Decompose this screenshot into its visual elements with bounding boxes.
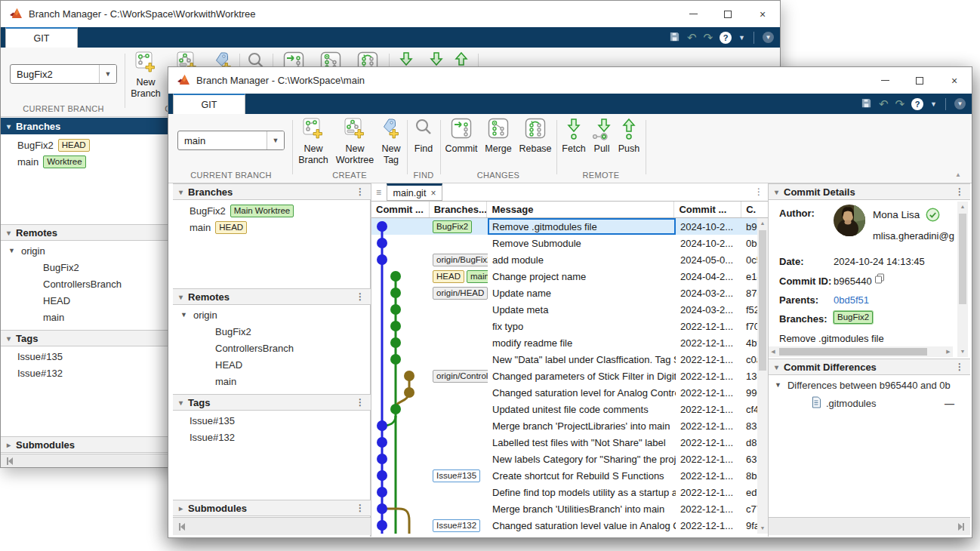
- section-menu-icon[interactable]: ⋮: [356, 397, 365, 408]
- front-maximize-button[interactable]: [902, 67, 937, 94]
- section-menu-icon[interactable]: ⋮: [356, 186, 365, 197]
- section-menu-icon[interactable]: ⋮: [955, 186, 964, 197]
- front-sidebar-section-remotes[interactable]: ▾ Remotes ⋮: [173, 288, 371, 305]
- commit-row[interactable]: HEADmainChange project name2024-04-2...e…: [371, 268, 759, 285]
- back-tab-git[interactable]: GIT: [5, 27, 78, 48]
- commit-row[interactable]: Remove Submodule2024-10-2...0bd: [371, 235, 759, 251]
- undo-icon[interactable]: ↶: [879, 98, 889, 109]
- scroll-down-icon[interactable]: ▼: [957, 346, 968, 357]
- column-header-commit-graph[interactable]: Commit ...: [371, 202, 430, 217]
- front-close-button[interactable]: ×: [937, 67, 972, 94]
- commit-message-cell[interactable]: Change project name: [488, 268, 676, 285]
- table-vertical-scrollbar[interactable]: ▲ ▼: [757, 218, 768, 534]
- back-sidebar-collapse-bar[interactable]: [1, 454, 168, 467]
- ribbon-menu-icon[interactable]: ▼: [763, 32, 774, 43]
- back-sidebar-section-submodules[interactable]: ▸ Submodules: [1, 436, 168, 453]
- commit-message-cell[interactable]: Updated unitest file code comments: [488, 401, 676, 417]
- front-rebase-button[interactable]: Rebase: [516, 118, 555, 155]
- combo-dropdown-icon[interactable]: ▼: [99, 65, 116, 83]
- front-remote-item[interactable]: HEAD: [215, 356, 242, 373]
- commit-message-cell[interactable]: Labelled test files with "Not Share" lab…: [488, 434, 676, 451]
- collapse-ribbon-icon[interactable]: ▲: [955, 171, 961, 178]
- front-branch-item-main[interactable]: main HEAD: [190, 219, 247, 235]
- commit-differences-header[interactable]: ▾ Commit Differences ⋮: [769, 359, 970, 375]
- chevron-down-icon[interactable]: ▾: [7, 334, 11, 343]
- front-remote-item[interactable]: BugFix2: [215, 323, 251, 340]
- help-dropdown-icon[interactable]: ▼: [930, 100, 937, 108]
- chevron-down-icon[interactable]: ▾: [179, 293, 183, 301]
- commit-row[interactable]: modify readme file2022-12-1...4bf: [371, 334, 759, 351]
- tab-menu-icon[interactable]: ⋮: [754, 186, 763, 197]
- commit-row[interactable]: Update meta2024-03-2...f52: [371, 301, 759, 318]
- commit-row[interactable]: Issue#132Changed saturation level value …: [371, 517, 759, 534]
- front-new-branch-button[interactable]: New Branch: [294, 118, 333, 166]
- redo-icon[interactable]: ↷: [895, 98, 905, 109]
- panel-collapse-bar[interactable]: [769, 517, 970, 535]
- scroll-left-icon[interactable]: ◀: [769, 346, 778, 357]
- diff-file-item[interactable]: .gitmodules —: [811, 395, 954, 411]
- commit-row[interactable]: origin/ControllersBranchChanged paramete…: [371, 368, 759, 384]
- front-remote-item[interactable]: ControllersBranch: [215, 340, 294, 356]
- commit-message-cell[interactable]: Changed saturation level for Analog Cont…: [488, 384, 676, 401]
- collapse-left-icon[interactable]: [179, 523, 185, 531]
- undo-icon[interactable]: ↶: [687, 32, 697, 43]
- chevron-right-icon[interactable]: ▸: [7, 441, 11, 449]
- front-branch-item-bugfix2[interactable]: BugFix2 Main Worktree: [190, 202, 294, 219]
- column-header-commit-date[interactable]: Commit ...: [674, 202, 741, 217]
- help-icon[interactable]: ?: [911, 98, 923, 110]
- front-minimize-button[interactable]: [868, 67, 902, 94]
- commit-row[interactable]: Issue#135Create shortcut for Rebuild S F…: [371, 467, 759, 484]
- chevron-down-icon[interactable]: ▾: [7, 122, 11, 131]
- commit-message-cell[interactable]: Remove .gitmodules file: [488, 218, 676, 235]
- collapse-right-icon[interactable]: [958, 523, 964, 531]
- commit-row[interactable]: Changed saturation level for Analog Cont…: [371, 384, 759, 401]
- commit-message-cell[interactable]: New labels Category for "Sharing" the pr…: [488, 451, 676, 467]
- scroll-up-icon[interactable]: ▲: [757, 218, 768, 229]
- commit-row[interactable]: Labelled test files with "Not Share" lab…: [371, 434, 759, 451]
- commit-details-header[interactable]: ▾ Commit Details ⋮: [769, 183, 970, 200]
- front-current-branch-combo[interactable]: main ▼: [177, 131, 285, 150]
- save-icon[interactable]: [669, 31, 680, 45]
- front-remote-origin[interactable]: ▼ origin: [180, 306, 217, 323]
- document-bar-icon[interactable]: ≡: [376, 187, 381, 198]
- column-header-branches[interactable]: Branches...: [430, 202, 488, 217]
- combo-dropdown-icon[interactable]: ▼: [267, 131, 284, 149]
- chevron-down-icon[interactable]: ▼: [180, 311, 187, 319]
- back-remote-item[interactable]: ControllersBranch: [43, 276, 122, 292]
- back-sidebar-section-branches[interactable]: ▾ Branches: [1, 118, 168, 134]
- front-merge-button[interactable]: Merge: [481, 118, 516, 155]
- column-header-commit-id[interactable]: C.: [741, 202, 768, 217]
- commit-message-cell[interactable]: Remove Submodule: [488, 235, 676, 251]
- back-minimize-button[interactable]: [676, 1, 710, 27]
- commit-row[interactable]: origin/HEADUpdate name2024-03-2...87e: [371, 285, 759, 301]
- back-tag-item[interactable]: Issue#135: [17, 348, 63, 365]
- commit-message-cell[interactable]: Update meta: [488, 301, 676, 318]
- front-tab-git[interactable]: GIT: [173, 94, 245, 114]
- help-dropdown-icon[interactable]: ▼: [738, 34, 745, 42]
- help-icon[interactable]: ?: [720, 32, 732, 44]
- front-remote-item[interactable]: main: [215, 373, 236, 389]
- chevron-down-icon[interactable]: ▾: [179, 188, 183, 196]
- commit-row[interactable]: New "Data" label under Clasffication. Ta…: [371, 351, 759, 368]
- commit-message-cell[interactable]: modify readme file: [488, 334, 676, 351]
- back-remote-item[interactable]: main: [43, 309, 64, 325]
- commit-row[interactable]: BugFix2Remove .gitmodules file2024-10-2.…: [371, 218, 759, 235]
- front-sidebar-section-branches[interactable]: ▾ Branches ⋮: [173, 183, 371, 200]
- save-icon[interactable]: [861, 97, 872, 111]
- commit-row[interactable]: Merge branch 'UtilitiesBranch' into main…: [371, 500, 759, 517]
- commit-message-cell[interactable]: Changed parameters of Stick Filter in Di…: [488, 368, 676, 384]
- copy-icon[interactable]: [874, 273, 886, 287]
- back-maximize-button[interactable]: [710, 1, 745, 27]
- back-sidebar-section-remotes[interactable]: ▾ Remotes: [1, 224, 168, 241]
- differences-tree-root[interactable]: ▼ Differences between b965440 and 0b: [775, 377, 963, 393]
- chevron-right-icon[interactable]: ▸: [179, 504, 183, 513]
- commit-message-cell[interactable]: New "Data" label under Clasffication. Ta…: [488, 351, 676, 368]
- commit-message-cell[interactable]: add module: [488, 251, 676, 268]
- commit-row[interactable]: Updated unitest file code comments2022-1…: [371, 401, 759, 417]
- commit-row[interactable]: Define find top models utility as a star…: [371, 484, 759, 500]
- commit-message-cell[interactable]: Create shortcut for Rebuild S Functions: [488, 467, 676, 484]
- commit-message-cell[interactable]: Changed saturation level value in Analog…: [488, 517, 676, 534]
- section-menu-icon[interactable]: ⋮: [356, 291, 365, 302]
- front-find-button[interactable]: Find: [408, 118, 439, 155]
- commit-message-cell[interactable]: Define find top models utility as a star…: [488, 484, 676, 500]
